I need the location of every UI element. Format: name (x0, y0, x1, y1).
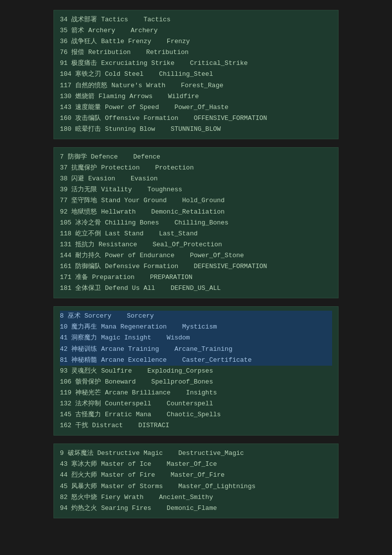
list-item: 81 神秘精髓 Arcane Excellence Caster_Certifi… (60, 355, 332, 366)
list-item: 10 魔力再生 Mana Regeneration Mysticism (60, 322, 332, 333)
list-item: 42 神秘训练 Arcane Training Arcane_Training (60, 344, 332, 355)
list-item: 117 自然的愤怒 Nature's Wrath Forest_Rage (60, 80, 332, 91)
defence-section: 7 防御学 Defence Defence37 抗魔保护 Protection … (53, 147, 339, 298)
list-item: 160 攻击编队 Offensive Formation OFFENSIVE_F… (60, 113, 332, 124)
list-item: 181 全体保卫 Defend Us All DEFEND_US_ALL (60, 283, 332, 294)
list-item: 35 箭术 Archery Archery (60, 25, 332, 36)
list-item: 36 战争狂人 Battle Frenzy Frenzy (60, 36, 332, 47)
list-item: 105 冰冷之骨 Chilling Bones Chilling_Bones (60, 218, 332, 228)
sorcery-section: 8 巫术 Sorcery Sorcery10 魔力再生 Mana Regener… (53, 306, 339, 436)
list-item: 104 寒铁之刃 Cold Steel Chilling_Steel (60, 69, 332, 80)
list-item: 34 战术部署 Tactics Tactics (60, 14, 332, 25)
list-item: 94 灼热之火 Searing Fires Demonic_Flame (60, 503, 332, 514)
list-item: 41 洞察魔力 Magic Insight Wisdom (60, 333, 332, 343)
list-item: 91 极度痛击 Excruciating Strike Critical_Str… (60, 58, 332, 69)
list-item: 92 地狱愤怒 Hellwrath Demonic_Retaliation (60, 207, 332, 218)
list-item: 131 抵抗力 Resistance Seal_Of_Protection (60, 239, 332, 250)
list-item: 145 古怪魔力 Erratic Mana Chaotic_Spells (60, 409, 332, 420)
list-item: 143 速度能量 Power of Speed Power_Of_Haste (60, 102, 332, 113)
list-item: 38 闪避 Evasion Evasion (60, 173, 332, 184)
list-item: 130 燃烧箭 Flaming Arrows Wildfire (60, 91, 332, 102)
list-item: 9 破坏魔法 Destructive Magic Destructive_Mag… (60, 448, 332, 459)
list-item: 45 风暴大师 Master of Storms Master_Of_Light… (60, 481, 332, 492)
list-item: 106 骸骨保护 Boneward Spellproof_Bones (60, 377, 332, 388)
destructive-section: 9 破坏魔法 Destructive Magic Destructive_Mag… (53, 444, 339, 518)
list-item: 118 屹立不倒 Last Stand Last_Stand (60, 228, 332, 239)
list-item: 7 防御学 Defence Defence (60, 152, 332, 163)
list-item: 132 法术抑制 Counterspell Counterspell (60, 398, 332, 409)
list-item: 77 坚守阵地 Stand Your Ground Hold_Ground (60, 195, 332, 206)
list-item: 76 报偿 Retribution Retribution (60, 47, 332, 58)
list-item: 43 寒冰大师 Master of Ice Master_Of_Ice (60, 459, 332, 470)
list-item: 162 干扰 Distract DISTRACI (60, 420, 332, 431)
list-item: 119 神秘光芒 Arcane Brilliance Insights (60, 388, 332, 398)
page-container: 34 战术部署 Tactics Tactics35 箭术 Archery Arc… (0, 0, 392, 536)
list-item: 39 活力无限 Vitality Toughness (60, 184, 332, 195)
list-item: 82 怒火中烧 Fiery Wrath Ancient_Smithy (60, 492, 332, 503)
list-item: 93 灵魂烈火 Soulfire Exploding_Corpses (60, 366, 332, 377)
list-item: 180 眩晕打击 Stunning Blow STUNNING_BLOW (60, 124, 332, 135)
list-item: 171 准备 Preparation PREPARATION (60, 272, 332, 283)
list-item: 144 耐力持久 Power of Endurance Power_Of_Sto… (60, 250, 332, 261)
tactics-section: 34 战术部署 Tactics Tactics35 箭术 Archery Arc… (53, 10, 339, 139)
list-item: 8 巫术 Sorcery Sorcery (60, 311, 332, 322)
list-item: 37 抗魔保护 Protection Protection (60, 163, 332, 173)
list-item: 44 烈火大师 Master of Fire Master_Of_Fire (60, 470, 332, 481)
list-item: 161 防御编队 Defensive Formation DEFENSIVE_F… (60, 261, 332, 272)
